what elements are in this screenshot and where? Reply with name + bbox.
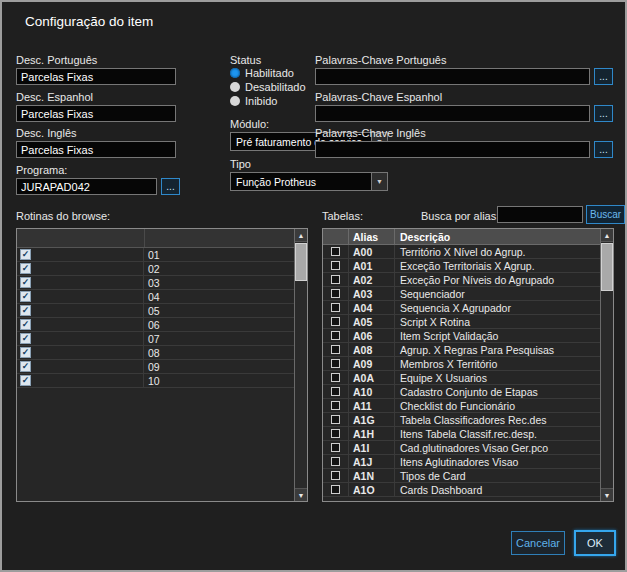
routine-row[interactable]: ✓03 <box>17 276 294 290</box>
column-checkbox <box>323 229 349 244</box>
alias-search-input[interactable] <box>497 206 583 223</box>
routines-scrollbar[interactable]: ▲ ▼ <box>294 229 307 501</box>
row-checkbox[interactable] <box>331 303 340 312</box>
row-checkbox[interactable] <box>331 457 340 466</box>
table-row-checkbox-cell <box>323 259 349 272</box>
routine-row[interactable]: ✓10 <box>17 374 294 388</box>
routine-row[interactable]: ✓02 <box>17 262 294 276</box>
radio-selected-icon[interactable] <box>230 68 240 78</box>
scroll-down-icon[interactable]: ▼ <box>601 488 613 501</box>
row-checkbox[interactable] <box>331 359 340 368</box>
table-row[interactable]: A01Exceção Territoriais X Agrup. <box>323 259 600 273</box>
tables-scroll-thumb[interactable] <box>601 243 613 291</box>
tables-scrollbar[interactable]: ▲ ▼ <box>600 229 613 501</box>
routine-row-icon-cell: ✓ <box>17 346 144 359</box>
routines-list: ✓01✓02✓03✓04✓05✓06✓07✓08✓09✓10 ▲ ▼ <box>16 228 308 502</box>
desc-ingles-input[interactable] <box>16 141 176 158</box>
table-row-descricao: Membros X Território <box>395 358 600 370</box>
scroll-up-icon[interactable]: ▲ <box>295 229 307 242</box>
row-checkbox[interactable] <box>331 261 340 270</box>
scroll-down-icon[interactable]: ▼ <box>295 488 307 501</box>
table-row[interactable]: A05Script X Rotina <box>323 315 600 329</box>
table-row-checkbox-cell <box>323 357 349 370</box>
palavras-chave-portugues-browse-button[interactable]: ... <box>594 68 613 85</box>
table-row[interactable]: A1GTabela Classificadores Rec.des <box>323 413 600 427</box>
routine-row-icon-cell: ✓ <box>17 374 144 387</box>
routine-row[interactable]: ✓04 <box>17 290 294 304</box>
radio-icon[interactable] <box>230 96 240 106</box>
row-checkbox[interactable] <box>331 345 340 354</box>
desc-espanhol-input[interactable] <box>16 105 176 122</box>
table-row-descricao: Tipos de Card <box>395 470 600 482</box>
row-checkbox[interactable] <box>331 485 340 494</box>
radio-icon[interactable] <box>230 82 240 92</box>
table-row-descricao: Sequenciador <box>395 288 600 300</box>
scroll-up-icon[interactable]: ▲ <box>601 229 613 242</box>
table-row[interactable]: A1ICad.glutinadores Visao Ger.pco <box>323 441 600 455</box>
row-checkbox[interactable] <box>331 387 340 396</box>
row-checkbox[interactable] <box>331 415 340 424</box>
palavras-chave-espanhol-input[interactable] <box>315 105 590 122</box>
table-row[interactable]: A00Território X Nível do Agrup. <box>323 245 600 259</box>
table-row[interactable]: A1HItens Tabela Classif.rec.desp. <box>323 427 600 441</box>
table-row[interactable]: A03Sequenciador <box>323 287 600 301</box>
row-checkbox[interactable] <box>331 401 340 410</box>
palavras-chave-ingles-browse-button[interactable]: ... <box>594 141 613 158</box>
row-checkbox[interactable] <box>331 317 340 326</box>
routine-row[interactable]: ✓06 <box>17 318 294 332</box>
row-checkbox[interactable] <box>331 247 340 256</box>
desc-portugues-input[interactable] <box>16 68 176 85</box>
status-option[interactable]: Inibido <box>230 95 306 106</box>
table-row-checkbox-cell <box>323 413 349 426</box>
table-row[interactable]: A11Checklist do Funcionário <box>323 399 600 413</box>
table-row[interactable]: A08Agrup. X Regras Para Pesquisas <box>323 343 600 357</box>
table-row[interactable]: A02Exceção Por Níveis do Agrupado <box>323 273 600 287</box>
table-row[interactable]: A04Sequencia X Agrupador <box>323 301 600 315</box>
table-row-descricao: Território X Nível do Agrup. <box>395 246 600 258</box>
routine-number: 08 <box>144 347 294 359</box>
row-checkbox[interactable] <box>331 429 340 438</box>
table-row-alias: A05 <box>349 315 395 328</box>
status-option[interactable]: Habilitado <box>230 67 306 78</box>
desc-ingles-label: Desc. Inglês <box>16 127 77 139</box>
row-checkbox[interactable] <box>331 373 340 382</box>
routine-row-icon-cell: ✓ <box>17 290 144 303</box>
palavras-chave-espanhol-browse-button[interactable]: ... <box>594 105 613 122</box>
table-row[interactable]: A1OCards Dashboard <box>323 483 600 497</box>
ok-button[interactable]: OK <box>574 530 616 556</box>
chevron-down-icon[interactable]: ▼ <box>371 173 387 190</box>
routine-number: 04 <box>144 291 294 303</box>
table-row[interactable]: A1JItens Aglutinadores Visao <box>323 455 600 469</box>
programa-browse-button[interactable]: ... <box>161 178 180 195</box>
routine-row[interactable]: ✓09 <box>17 360 294 374</box>
row-checkbox[interactable] <box>331 289 340 298</box>
routine-number: 06 <box>144 319 294 331</box>
row-checkbox[interactable] <box>331 443 340 452</box>
row-checkbox[interactable] <box>331 275 340 284</box>
routines-scroll-thumb[interactable] <box>295 243 307 281</box>
row-checkbox[interactable] <box>331 471 340 480</box>
table-row-checkbox-cell <box>323 343 349 356</box>
palavras-chave-ingles-input[interactable] <box>315 141 590 158</box>
cancelar-button[interactable]: Cancelar <box>511 531 565 555</box>
table-row-descricao: Cad.glutinadores Visao Ger.pco <box>395 442 600 454</box>
table-row[interactable]: A06Item Script Validação <box>323 329 600 343</box>
table-row[interactable]: A0AEquipe X Usuarios <box>323 371 600 385</box>
routine-number: 03 <box>144 277 294 289</box>
routine-row[interactable]: ✓05 <box>17 304 294 318</box>
routine-row[interactable]: ✓07 <box>17 332 294 346</box>
buscar-button[interactable]: Buscar <box>586 205 625 224</box>
table-row[interactable]: A09Membros X Território <box>323 357 600 371</box>
row-checkbox[interactable] <box>331 331 340 340</box>
palavras-chave-portugues-input[interactable] <box>315 68 590 85</box>
tipo-select[interactable]: Função Protheus ▼ <box>230 172 388 191</box>
table-row-alias: A10 <box>349 385 395 398</box>
table-row-alias: A03 <box>349 287 395 300</box>
table-row-checkbox-cell <box>323 469 349 482</box>
programa-input[interactable] <box>16 178 157 195</box>
routine-row[interactable]: ✓08 <box>17 346 294 360</box>
routine-row[interactable]: ✓01 <box>17 248 294 262</box>
status-option[interactable]: Desabilitado <box>230 81 306 92</box>
table-row[interactable]: A10Cadastro Conjunto de Etapas <box>323 385 600 399</box>
table-row[interactable]: A1NTipos de Card <box>323 469 600 483</box>
